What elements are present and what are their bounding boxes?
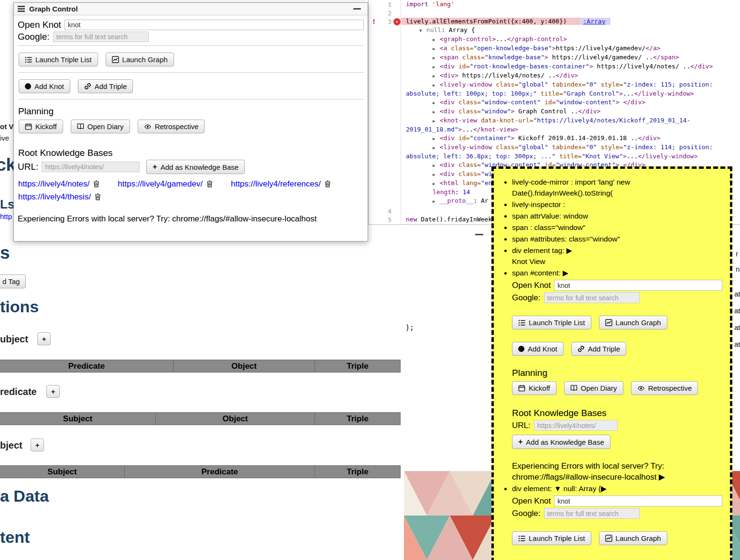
expand-arrow[interactable]: ▶ (433, 181, 440, 186)
kickoff-button[interactable]: Kickoff (512, 381, 556, 395)
add-triple-button[interactable]: Add Triple (571, 342, 627, 356)
expand-arrow[interactable]: ▶ (433, 172, 440, 177)
trash-icon[interactable] (95, 192, 101, 204)
expand-arrow[interactable]: ▶ (433, 65, 440, 69)
open-diary-button[interactable]: Open Diary (71, 120, 130, 133)
inspector-node[interactable]: ▶ <lively-window class="global" tabindex… (406, 143, 736, 161)
content-heading-fragment: tent (0, 528, 30, 547)
launch-triple-list-button[interactable]: Launch Triple List (19, 53, 98, 66)
code-token: <lively-window (440, 81, 492, 88)
launch-graph-button[interactable]: Launch Graph (599, 531, 667, 545)
inspector-node[interactable]: ▶ <div class="window"> Graph Control ..<… (406, 107, 736, 116)
google-search-input[interactable] (544, 508, 640, 519)
button-label: Retrospective (648, 384, 692, 392)
inspector-node[interactable]: ▶ <div id="root-knowledge-bases-containe… (406, 62, 736, 71)
expand-arrow[interactable]: ▶ (433, 46, 440, 51)
expand-arrow[interactable]: ▶ (433, 55, 440, 60)
retrospective-button[interactable]: Retrospective (138, 120, 205, 133)
open-knot-input[interactable] (65, 20, 364, 30)
code-token: "knowledge-base" (485, 54, 544, 61)
knowledge-base-url-input[interactable] (534, 420, 618, 431)
inspector-node[interactable]: ▶ <lively-window class="global" tabindex… (406, 80, 736, 98)
knowledge-base-url-input[interactable] (42, 162, 140, 172)
code-token: "container" (469, 134, 511, 142)
kickoff-button[interactable]: Kickoff (19, 120, 63, 133)
add-knowledge-base-button[interactable]: + Add as Knowledge Base (512, 435, 610, 449)
inspector-node[interactable]: ▶ <div class="window-content" id="window… (406, 98, 736, 107)
menu-icon[interactable] (18, 6, 25, 12)
add-knowledge-base-button[interactable]: + Add as Knowledge Base (146, 160, 245, 174)
expand-arrow[interactable]: ▶ (433, 37, 440, 42)
code-line (406, 9, 740, 17)
code-token: > (616, 99, 620, 106)
inspector-node[interactable]: ▶ <a class="open-knowledge-base">https:/… (406, 44, 736, 53)
add-predicate-button[interactable]: + (46, 385, 60, 398)
trash-icon[interactable] (207, 179, 213, 191)
knowledge-base-link[interactable]: https://lively4/references/ (231, 179, 321, 188)
minimize-icon[interactable] (475, 234, 483, 235)
edge-text-fragment: at (734, 323, 740, 331)
overlay-item: span #content: ▶ Open Knot Google: Launc… (512, 267, 722, 483)
expand-arrow[interactable]: ▶ (433, 199, 440, 204)
type-annotation-link[interactable]: :Array (579, 18, 610, 25)
button-label: Launch Triple List (35, 55, 92, 64)
expand-arrow[interactable]: ▶ (433, 74, 440, 78)
launch-graph-button[interactable]: Launch Graph (599, 316, 667, 329)
trash-icon[interactable] (93, 179, 99, 191)
open-knot-input[interactable] (554, 495, 722, 506)
inspector-node[interactable]: ▼ null: Array { (406, 26, 736, 35)
trash-icon[interactable] (325, 179, 331, 191)
knowledge-base-link[interactable]: https://lively4/gamedev/ (118, 179, 203, 188)
expand-arrow[interactable]: ▶ (433, 119, 440, 123)
minimize-button[interactable] (353, 8, 361, 10)
add-knot-button[interactable]: Add Knot (19, 79, 70, 93)
launch-triple-list-button[interactable]: Launch Triple List (512, 316, 591, 329)
root-knowledge-bases-heading: Root Knowledge Bases (512, 407, 722, 418)
open-knot-input[interactable] (554, 280, 722, 291)
google-search-input[interactable] (53, 32, 149, 42)
code-token: Kickoff 2019.01.14-2019.01.18 .. (514, 134, 638, 142)
launch-triple-list-button[interactable]: Launch Triple List (512, 531, 591, 545)
add-object-button[interactable]: + (31, 439, 44, 451)
add-knot-button[interactable]: Add Knot (512, 342, 564, 356)
google-label: Google: (512, 292, 541, 303)
inspector-node[interactable]: ▶ <graph-control>...</graph-control> (406, 35, 736, 44)
code-token: title= (537, 90, 563, 97)
add-subject-button[interactable]: + (37, 332, 51, 345)
code-token: <span (440, 54, 458, 61)
button-label: + (35, 441, 40, 449)
list-icon (25, 56, 32, 63)
button-label: Retrospective (155, 122, 199, 131)
expand-arrow[interactable]: ▶ (433, 163, 440, 168)
expand-arrow[interactable]: ▶ (433, 110, 440, 114)
root-knowledge-bases-heading: Root Knowledge Bases (18, 148, 364, 158)
expand-arrow[interactable]: ▶ (433, 100, 440, 105)
add-tag-button[interactable]: d Tag (0, 275, 26, 288)
url-link-fragment[interactable]: http (0, 212, 12, 220)
knowledge-base-link[interactable]: https://lively4/notes/ (18, 179, 89, 188)
inspector-node[interactable]: ▶ <div> https://lively4/notes/ ..</div> (406, 71, 736, 80)
code-token: "Graph Control" (563, 90, 619, 97)
expand-arrow[interactable]: ▶ (433, 83, 440, 88)
code-token: </graph-control> (507, 35, 567, 43)
inspector-node[interactable]: ▶ <knot-view data-knot-url="https://live… (406, 116, 736, 134)
expand-arrow[interactable]: ▶ (433, 136, 440, 141)
inspector-node[interactable]: ▶ <div id="container"> Kickoff 2019.01.1… (406, 134, 736, 143)
add-triple-button[interactable]: Add Triple (78, 79, 133, 93)
expand-arrow[interactable]: ▶ (433, 145, 440, 150)
collapse-arrow[interactable]: ▼ (419, 28, 426, 33)
window-titlebar[interactable]: Graph Control (14, 3, 368, 15)
inspector-node[interactable]: ▶ <span class="knowledge-base"> https://… (406, 53, 736, 62)
code-token: <div (440, 161, 455, 168)
open-diary-button[interactable]: Open Diary (564, 381, 623, 395)
google-search-input[interactable] (544, 292, 640, 303)
hint-text: Experiencing Errors with local server? T… (512, 461, 664, 471)
knowledge-base-link[interactable]: https://lively4/thesis/ (18, 192, 91, 201)
line-chart-icon (605, 319, 612, 326)
code-token: title= (555, 153, 582, 160)
overlay-item: div element tag: ▶ Knot View (512, 245, 722, 267)
launch-graph-button[interactable]: Launch Graph (106, 53, 174, 66)
overlay-item: lively-code-mirror : import 'lang' new D… (512, 176, 722, 198)
retrospective-button[interactable]: Retrospective (631, 381, 698, 395)
string-token: 'lang' (432, 0, 455, 8)
